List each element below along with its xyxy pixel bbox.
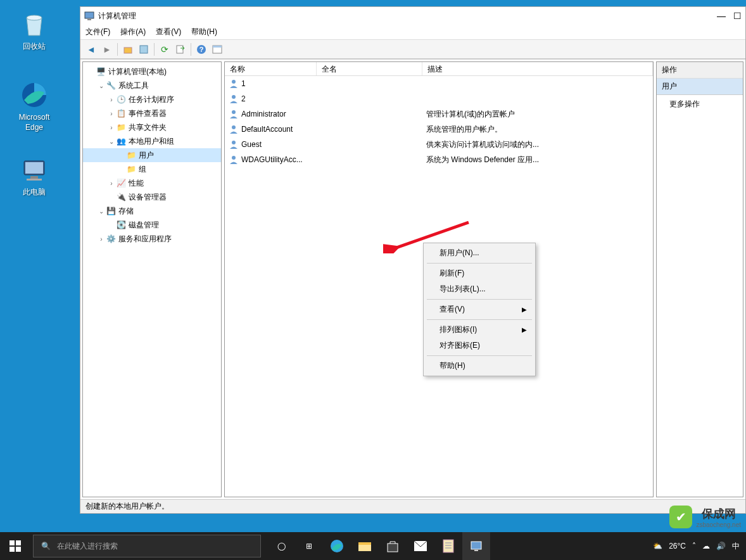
tray-volume-icon[interactable]: 🔊 (716, 542, 726, 550)
search-icon: 🔍 (41, 542, 51, 550)
menu-action[interactable]: 操作(A) (120, 27, 146, 37)
desktop-icon-label: 此电脑 (9, 188, 60, 198)
tree-system-tools[interactable]: ⌄🔧系统工具 (83, 79, 221, 92)
event-icon: 📋 (116, 108, 126, 118)
back-button[interactable]: ◄ (84, 42, 98, 56)
menu-file[interactable]: 文件(F) (85, 27, 110, 37)
list-pane[interactable]: 名称 全名 描述 12Administrator管理计算机(域)的内置帐户Def… (224, 61, 654, 497)
shared-folder-icon: 📁 (116, 122, 126, 132)
titlebar[interactable]: 计算机管理 — ☐ (80, 7, 745, 25)
minimize-button[interactable]: — (717, 11, 726, 21)
properties-button[interactable] (137, 42, 151, 56)
svg-point-20 (232, 156, 236, 160)
taskbar-explorer[interactable] (351, 532, 379, 560)
desktop-icon-label: 回收站 (9, 42, 60, 52)
taskbar-notepad[interactable] (434, 532, 462, 560)
folder-up-button[interactable] (121, 42, 135, 56)
tree-shared-folders[interactable]: ›📁共享文件夹 (83, 120, 221, 134)
list-body[interactable]: 12Administrator管理计算机(域)的内置帐户DefaultAccou… (225, 76, 653, 497)
tree-device-manager[interactable]: 🔌设备管理器 (83, 190, 221, 204)
svg-rect-24 (9, 547, 15, 552)
menu-view[interactable]: 查看(V) (156, 27, 181, 37)
svg-rect-7 (87, 19, 91, 20)
edge-icon (19, 80, 49, 110)
start-button[interactable] (0, 532, 30, 560)
weather-temp[interactable]: 26°C (669, 542, 686, 550)
ctx-view[interactable]: 查看(V)▶ (426, 302, 533, 317)
taskbar-edge[interactable] (323, 532, 351, 560)
tree-groups[interactable]: 📁组 (83, 162, 221, 176)
user-icon (229, 94, 239, 104)
tray-onedrive-icon[interactable]: ☁ (702, 542, 710, 550)
tree-disk-mgmt[interactable]: 💽磁盘管理 (83, 218, 221, 232)
taskbar-cortana[interactable]: ⊞ (295, 532, 323, 560)
statusbar: 创建新的本地用户帐户。 (80, 499, 745, 513)
taskbar-store[interactable] (379, 532, 407, 560)
tree-task-scheduler[interactable]: ›🕒任务计划程序 (83, 92, 221, 106)
svg-rect-22 (9, 540, 15, 545)
desktop-recycle-bin[interactable]: 回收站 (9, 9, 60, 52)
export-button[interactable] (174, 42, 187, 56)
desktop-this-pc[interactable]: 此电脑 (9, 155, 60, 198)
taskbar-search[interactable]: 🔍 在此键入进行搜索 (33, 535, 261, 557)
tree-storage[interactable]: ⌄💾存储 (83, 204, 221, 218)
tools-icon: 🔧 (106, 80, 116, 91)
list-header: 名称 全名 描述 (225, 62, 653, 76)
ctx-export-list[interactable]: 导出列表(L)... (426, 281, 533, 297)
ctx-align-icons[interactable]: 对齐图标(E) (426, 338, 533, 353)
col-fullname[interactable]: 全名 (317, 62, 422, 75)
taskbar-compmgmt[interactable] (462, 532, 490, 560)
clock-icon: 🕒 (116, 94, 126, 105)
tree-pane[interactable]: 🖥️计算机管理(本地) ⌄🔧系统工具 ›🕒任务计划程序 ›📋事件查看器 ›📁共享… (82, 61, 222, 497)
tray-ime[interactable]: 中 (732, 541, 740, 552)
actions-section[interactable]: 用户 (657, 79, 743, 95)
task-view-button[interactable]: ◯ (267, 532, 295, 560)
actions-more[interactable]: 更多操作 (657, 95, 743, 113)
watermark-url: zsbaocheng.net (696, 521, 741, 528)
svg-rect-28 (358, 545, 371, 551)
menubar: 文件(F) 操作(A) 查看(V) 帮助(H) (80, 25, 745, 40)
search-placeholder: 在此键入进行搜索 (57, 541, 118, 552)
chevron-right-icon: ▶ (522, 326, 527, 333)
performance-icon: 📈 (116, 178, 126, 188)
user-row[interactable]: WDAGUtilityAcc...系统为 Windows Defender 应用… (225, 152, 653, 167)
menu-help[interactable]: 帮助(H) (191, 27, 217, 37)
actions-header: 操作 (657, 62, 743, 79)
thispc-icon (19, 155, 49, 185)
weather-icon[interactable]: ⛅ (653, 542, 662, 550)
col-name[interactable]: 名称 (225, 62, 317, 75)
disk-icon: 💽 (116, 220, 126, 230)
svg-rect-4 (30, 176, 38, 179)
ctx-help[interactable]: 帮助(H) (426, 358, 533, 374)
user-icon (229, 109, 239, 119)
folder-icon: 📁 (126, 150, 136, 160)
refresh-button[interactable]: ⟳ (158, 42, 172, 56)
col-desc[interactable]: 描述 (422, 62, 653, 75)
maximize-button[interactable]: ☐ (733, 11, 742, 21)
user-row[interactable]: Guest供来宾访问计算机或访问域的内... (225, 137, 653, 152)
tree-root[interactable]: 🖥️计算机管理(本地) (83, 65, 221, 79)
user-row[interactable]: 1 (225, 76, 653, 91)
user-row[interactable]: DefaultAccount系统管理的用户帐户。 (225, 122, 653, 137)
show-hide-pane-button[interactable] (210, 42, 224, 56)
tree-event-viewer[interactable]: ›📋事件查看器 (83, 106, 221, 120)
help-button[interactable]: ? (194, 42, 208, 56)
ctx-refresh[interactable]: 刷新(F) (426, 265, 533, 281)
svg-point-17 (232, 110, 236, 114)
tree-services-apps[interactable]: ›⚙️服务和应用程序 (83, 232, 221, 246)
tray-chevron-up-icon[interactable]: ˄ (692, 542, 696, 550)
svg-rect-29 (388, 544, 398, 552)
user-row[interactable]: Administrator管理计算机(域)的内置帐户 (225, 106, 653, 122)
svg-rect-6 (85, 12, 94, 18)
tree-users[interactable]: 📁用户 (83, 148, 221, 162)
user-row[interactable]: 2 (225, 91, 653, 106)
desktop-edge[interactable]: Microsoft Edge (9, 80, 60, 132)
system-tray: ⛅ 26°C ˄ ☁ 🔊 中 (647, 541, 746, 552)
taskbar-mail[interactable] (407, 532, 434, 560)
folder-icon: 📁 (126, 164, 136, 174)
ctx-arrange-icons[interactable]: 排列图标(I)▶ (426, 322, 533, 338)
ctx-new-user[interactable]: 新用户(N)... (426, 245, 533, 261)
tree-local-users[interactable]: ⌄👥本地用户和组 (83, 134, 221, 148)
forward-button[interactable]: ► (100, 42, 114, 56)
tree-performance[interactable]: ›📈性能 (83, 176, 221, 190)
